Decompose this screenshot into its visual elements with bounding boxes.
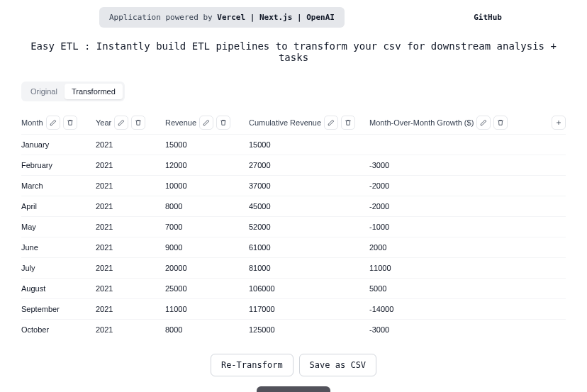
- table-row: April2021800045000-2000: [21, 196, 566, 216]
- cell-revenue: 8000: [165, 202, 249, 211]
- cell-year: 2021: [96, 140, 165, 149]
- app-header: Application powered by Vercel | Next.js …: [0, 0, 587, 28]
- delete-col-cumulative[interactable]: [341, 116, 355, 130]
- cell-month: March: [21, 181, 96, 190]
- cell-cumulative: 27000: [249, 161, 369, 169]
- data-table: Month Year Revenue Cumulative Revenue: [21, 111, 566, 340]
- cell-revenue: 7000: [165, 223, 249, 231]
- edit-col-month[interactable]: [46, 116, 60, 130]
- cell-cumulative: 52000: [249, 223, 369, 231]
- col-label: Month-Over-Month Growth ($): [369, 118, 474, 127]
- table-row: March20211000037000-2000: [21, 175, 566, 196]
- cell-cumulative: 117000: [249, 305, 369, 313]
- delete-col-mom[interactable]: [493, 116, 508, 130]
- cell-cumulative: 106000: [249, 284, 369, 293]
- cell-mom: -14000: [369, 305, 566, 313]
- cell-mom: -1000: [369, 223, 566, 231]
- table-row: July2021200008100011000: [21, 257, 566, 278]
- table-row: October20218000125000-3000: [21, 319, 566, 340]
- col-header-month: Month: [21, 116, 96, 130]
- tab-group: Original Transformed: [21, 82, 125, 101]
- add-column-button[interactable]: [552, 116, 566, 130]
- cell-revenue: 25000: [165, 284, 249, 293]
- cell-month: September: [21, 305, 96, 313]
- cell-year: 2021: [96, 264, 165, 272]
- table-row: August2021250001060005000: [21, 278, 566, 298]
- cell-mom: 11000: [369, 264, 566, 272]
- cell-revenue: 20000: [165, 264, 249, 272]
- edit-col-revenue[interactable]: [199, 116, 213, 130]
- pencil-icon: [328, 118, 335, 128]
- cell-year: 2021: [96, 305, 165, 313]
- table-header-row: Month Year Revenue Cumulative Revenue: [21, 111, 566, 134]
- cell-year: 2021: [96, 223, 165, 231]
- trash-icon: [67, 118, 74, 128]
- cell-mom: -3000: [369, 161, 566, 169]
- save-csv-button[interactable]: Save as CSV: [299, 354, 376, 376]
- cell-month: February: [21, 161, 96, 169]
- table-row: May2021700052000-1000: [21, 216, 566, 237]
- col-header-year: Year: [96, 116, 165, 130]
- cell-month: May: [21, 223, 96, 231]
- table-body: January20211500015000February20211200027…: [21, 134, 566, 340]
- col-header-revenue: Revenue: [165, 116, 249, 130]
- tab-transformed[interactable]: Transformed: [65, 84, 123, 99]
- pencil-icon: [203, 118, 210, 128]
- trash-icon: [220, 118, 227, 128]
- cell-cumulative: 37000: [249, 181, 369, 190]
- cell-mom: -3000: [369, 325, 566, 334]
- trash-icon: [345, 118, 352, 128]
- edit-col-cumulative[interactable]: [324, 116, 338, 130]
- cell-year: 2021: [96, 243, 165, 252]
- action-row: Re-Transform Save as CSV: [21, 354, 566, 376]
- col-label: Cumulative Revenue: [249, 118, 321, 127]
- cell-year: 2021: [96, 181, 165, 190]
- cell-year: 2021: [96, 202, 165, 211]
- pencil-icon: [50, 118, 57, 128]
- cell-month: October: [21, 325, 96, 334]
- table-row: February20211200027000-3000: [21, 155, 566, 175]
- tab-original[interactable]: Original: [23, 84, 65, 99]
- cell-revenue: 9000: [165, 243, 249, 252]
- cell-cumulative: 81000: [249, 264, 369, 272]
- cell-revenue: 11000: [165, 305, 249, 313]
- edit-col-mom[interactable]: [476, 116, 491, 130]
- edit-col-year[interactable]: [114, 116, 128, 130]
- delete-col-year[interactable]: [131, 116, 145, 130]
- cell-mom: 5000: [369, 284, 566, 293]
- delete-col-revenue[interactable]: [216, 116, 230, 130]
- pencil-icon: [480, 118, 487, 128]
- powered-by-badge: Application powered by Vercel | Next.js …: [99, 7, 345, 28]
- col-label: Revenue: [165, 118, 196, 127]
- table-row: September202111000117000-14000: [21, 298, 566, 319]
- github-link[interactable]: GitHub: [474, 13, 502, 22]
- cell-cumulative: 45000: [249, 202, 369, 211]
- plus-icon: [555, 118, 562, 128]
- col-header-mom: Month-Over-Month Growth ($): [369, 116, 552, 130]
- cell-revenue: 10000: [165, 181, 249, 190]
- powered-strong: Vercel | Next.js | OpenAI: [217, 13, 335, 22]
- cell-month: January: [21, 140, 96, 149]
- cell-year: 2021: [96, 161, 165, 169]
- clear-data-button[interactable]: Clear Data: [257, 386, 330, 392]
- retransform-button[interactable]: Re-Transform: [211, 354, 294, 376]
- cell-cumulative: 61000: [249, 243, 369, 252]
- powered-prefix: Application powered by: [109, 13, 217, 22]
- cell-revenue: 15000: [165, 140, 249, 149]
- cell-revenue: 12000: [165, 161, 249, 169]
- cell-mom: -2000: [369, 181, 566, 190]
- table-row: January20211500015000: [21, 134, 566, 155]
- clear-row: Clear Data: [21, 386, 566, 392]
- cell-revenue: 8000: [165, 325, 249, 334]
- page-title: Easy ETL : Instantly build ETL pipelines…: [0, 28, 587, 82]
- trash-icon: [497, 118, 504, 128]
- cell-month: June: [21, 243, 96, 252]
- cell-mom: -2000: [369, 202, 566, 211]
- col-label: Year: [96, 118, 111, 127]
- cell-mom: [369, 140, 566, 149]
- col-label: Month: [21, 118, 43, 127]
- delete-col-month[interactable]: [63, 116, 77, 130]
- cell-cumulative: 125000: [249, 325, 369, 334]
- cell-cumulative: 15000: [249, 140, 369, 149]
- cell-year: 2021: [96, 325, 165, 334]
